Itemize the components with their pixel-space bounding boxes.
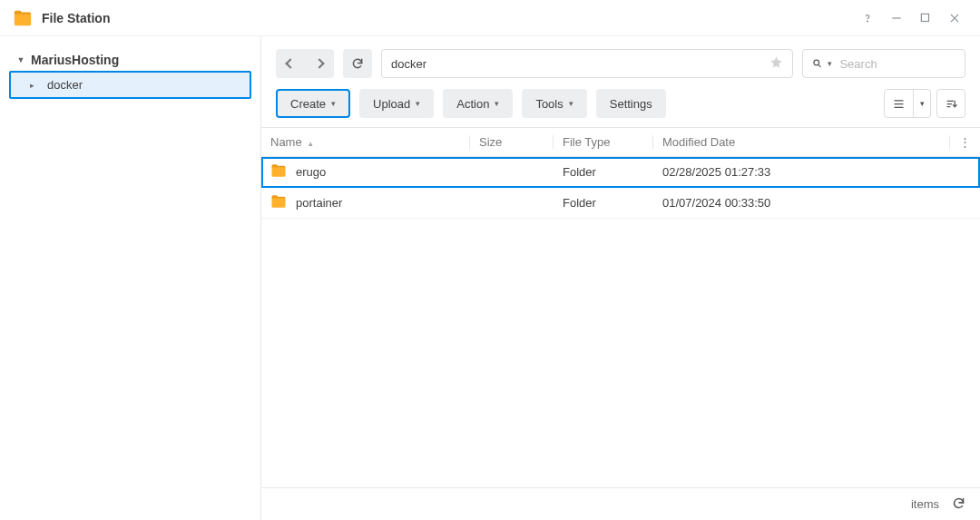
favorite-toggle[interactable] [769,55,783,72]
dropdown-caret-icon: ▾ [416,99,420,108]
dropdown-caret-icon: ▾ [495,99,499,108]
nav-toolbar: docker ▾ [261,36,980,85]
sort-asc-icon: ▴ [309,139,313,148]
file-size [470,157,554,188]
list-view-icon[interactable] [885,90,914,117]
upload-label: Upload [373,97,410,111]
file-modified: 01/07/2024 00:33:50 [653,188,950,219]
file-type: Folder [554,188,653,219]
upload-button[interactable]: Upload ▾ [359,89,434,118]
column-type-label: File Type [563,135,611,149]
svg-rect-5 [272,167,286,177]
table-header: Name ▴ Size File Type Modified Date ⋮ [261,128,980,157]
table-row[interactable]: portainerFolder01/07/2024 00:33:50 [261,188,980,219]
chevron-right-icon [314,58,324,68]
svg-rect-6 [272,198,286,208]
items-count-label: items [911,497,939,511]
tree-toggle-icon: ▼ [15,55,27,64]
search-text[interactable] [838,56,956,72]
sidebar-item-label: docker [47,78,83,92]
star-icon [769,55,783,69]
dropdown-caret-icon: ▾ [331,99,336,108]
path-value: docker [391,57,426,71]
dropdown-caret-icon: ▾ [569,99,573,108]
svg-point-1 [867,21,868,22]
create-label: Create [290,97,326,111]
main-pane: docker ▾ Create ▾ Upload ▾ Action [261,36,980,520]
view-mode-switch[interactable]: ▾ [884,89,931,118]
search-input[interactable]: ▾ [802,49,965,78]
view-mode-caret[interactable]: ▾ [914,90,930,117]
column-name[interactable]: Name ▴ [261,128,470,157]
file-size [470,188,554,219]
column-size[interactable]: Size [470,128,554,157]
forward-button[interactable] [305,49,334,78]
action-toolbar: Create ▾ Upload ▾ Action ▾ Tools ▾ Setti… [261,85,980,127]
column-name-label: Name [270,135,302,149]
file-type: Folder [554,157,653,188]
table-row[interactable]: erugoFolder02/28/2025 01:27:33 [261,157,980,188]
tree-root[interactable]: ▼ MariusHosting [9,49,251,71]
more-vert-icon: ⋮ [959,135,971,149]
minimize-button[interactable] [884,5,909,31]
help-button[interactable] [855,5,880,31]
tools-button[interactable]: Tools ▾ [522,89,586,118]
maximize-button[interactable] [913,5,938,31]
tree-root-label: MariusHosting [31,53,119,67]
file-name: erugo [296,165,326,179]
column-type[interactable]: File Type [554,128,653,157]
folder-icon [270,162,287,182]
file-modified: 02/28/2025 01:27:33 [653,157,950,188]
titlebar: File Station [0,0,980,36]
app-title: File Station [42,11,110,25]
app-icon [13,8,33,28]
sort-icon [945,97,958,111]
path-input[interactable]: docker [381,49,793,78]
svg-point-4 [814,60,819,65]
search-icon [812,57,822,70]
column-more[interactable]: ⋮ [950,128,980,157]
sidebar: ▼ MariusHosting ▸docker [0,36,261,520]
status-refresh-button[interactable] [952,496,965,513]
back-button[interactable] [276,49,305,78]
history-nav [276,49,334,78]
column-size-label: Size [479,135,502,149]
reload-button[interactable] [343,49,372,78]
chevron-left-icon [285,58,295,68]
reload-icon [351,57,364,70]
column-modified-label: Modified Date [662,135,735,149]
svg-rect-3 [921,14,928,21]
search-scope-caret[interactable]: ▾ [828,59,832,68]
settings-button[interactable]: Settings [596,89,666,118]
svg-rect-2 [892,17,900,18]
action-button[interactable]: Action ▾ [443,89,513,118]
column-modified[interactable]: Modified Date [653,128,950,157]
sidebar-item-docker[interactable]: ▸docker [9,71,251,99]
settings-label: Settings [610,97,652,111]
tree-expand-icon: ▸ [25,81,38,90]
status-bar: items [261,487,980,520]
file-table: Name ▴ Size File Type Modified Date ⋮ er… [261,127,980,487]
tools-label: Tools [535,97,563,111]
action-label: Action [456,97,489,111]
sort-button[interactable] [936,89,965,118]
reload-icon [952,496,965,510]
close-button[interactable] [942,5,967,31]
create-button[interactable]: Create ▾ [276,89,350,118]
folder-icon [270,193,287,212]
svg-rect-0 [15,14,31,25]
file-name: portainer [296,196,342,210]
